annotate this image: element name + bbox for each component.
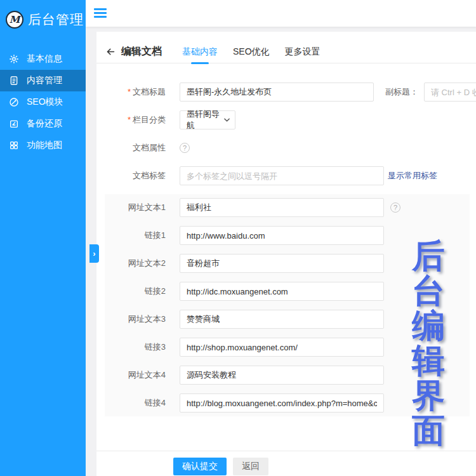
submit-button[interactable]: 确认提交	[173, 458, 227, 475]
doc-attr-row: 文档属性 ?	[105, 138, 476, 157]
doc-title-label: *文档标题	[105, 86, 166, 98]
arrow-left-icon	[105, 46, 116, 57]
form-footer: 确认提交 返回	[96, 451, 476, 475]
required-mark: *	[128, 115, 131, 124]
category-select-value: 墨轩阁导航	[187, 109, 224, 131]
show-common-tags-link[interactable]: 显示常用标签	[388, 170, 437, 182]
sidebar-item-basic-info[interactable]: 基本信息	[0, 48, 86, 70]
tab-seo-optimization[interactable]: SEO优化	[225, 46, 277, 58]
sidebar-item-label: 内容管理	[27, 75, 62, 86]
hamburger-menu-icon[interactable]	[94, 8, 107, 20]
url-text-4-input[interactable]	[180, 366, 384, 385]
doc-title-input[interactable]	[180, 83, 374, 102]
gear-icon	[9, 54, 19, 64]
link-2-input[interactable]	[180, 282, 384, 301]
back-button[interactable]	[105, 46, 116, 57]
card-header: 编辑文档 基础内容 SEO优化 更多设置	[96, 32, 476, 63]
sidebar-item-backup-restore[interactable]: 备份还原	[0, 113, 86, 135]
grid-map-icon	[9, 140, 19, 150]
link-2-row: 链接2	[105, 282, 470, 301]
return-button[interactable]: 返回	[233, 458, 268, 475]
sidebar-item-seo-module[interactable]: SEO模块	[0, 91, 86, 113]
sidebar-item-content-management[interactable]: 内容管理	[0, 70, 86, 91]
link-4-label: 链接4	[105, 397, 166, 409]
app-title: 后台管理	[28, 11, 84, 29]
url-text-2-row: 网址文本2	[105, 254, 470, 273]
category-label: *栏目分类	[105, 114, 166, 126]
link-1-row: 链接1	[105, 226, 470, 245]
url-text-2-input[interactable]	[180, 254, 384, 273]
link-1-label: 链接1	[105, 230, 166, 241]
url-text-4-label: 网址文本4	[105, 369, 166, 381]
sidebar-collapse-handle[interactable]: ›	[89, 244, 99, 263]
doc-tags-row: 文档标签 显示常用标签	[105, 166, 476, 185]
chevron-down-icon	[224, 118, 230, 122]
doc-attr-label: 文档属性	[105, 142, 166, 154]
required-mark: *	[128, 87, 131, 96]
link-3-label: 链接3	[105, 341, 166, 353]
category-row: *栏目分类 墨轩阁导航	[105, 110, 476, 129]
url-fields-panel: 网址文本1 ? 链接1 网址文本2 链接2 网址文本3 链接3	[105, 194, 470, 416]
help-icon[interactable]: ?	[390, 202, 400, 213]
subtitle-label: 副标题：	[385, 86, 418, 98]
link-2-label: 链接2	[105, 286, 166, 297]
url-text-2-label: 网址文本2	[105, 258, 166, 269]
sidebar-item-label: 基本信息	[27, 53, 62, 65]
sidebar: M 后台管理 基本信息 内容管理 SEO模块 备份还原 功能地图	[0, 0, 86, 476]
link-4-input[interactable]	[180, 393, 384, 413]
backup-restore-icon	[9, 119, 19, 129]
help-icon[interactable]: ?	[180, 143, 190, 153]
url-text-1-label: 网址文本1	[105, 202, 166, 213]
url-text-4-row: 网址文本4	[105, 366, 470, 385]
chevron-right-icon: ›	[93, 249, 95, 258]
sidebar-item-label: 备份还原	[27, 118, 62, 129]
edit-form: *文档标题 副标题： *栏目分类 墨轩阁导航 文档属性 ? 文档标签 显示常用标…	[96, 63, 476, 416]
url-text-3-input[interactable]	[180, 310, 384, 329]
url-text-3-row: 网址文本3	[105, 310, 470, 329]
url-text-3-label: 网址文本3	[105, 314, 166, 325]
sidebar-item-label: 功能地图	[27, 140, 62, 151]
doc-tags-label: 文档标签	[105, 170, 166, 182]
category-select[interactable]: 墨轩阁导航	[180, 110, 235, 129]
app-logo: M 后台管理	[0, 0, 86, 39]
link-3-row: 链接3	[105, 338, 470, 357]
topbar	[86, 0, 476, 27]
doc-title-row: *文档标题 副标题：	[105, 83, 476, 102]
seo-pen-icon	[9, 97, 19, 107]
url-text-1-row: 网址文本1 ?	[105, 198, 470, 217]
subtitle-input[interactable]	[424, 83, 476, 102]
url-text-1-input[interactable]	[180, 198, 384, 217]
sidebar-item-function-map[interactable]: 功能地图	[0, 135, 86, 156]
doc-tags-input[interactable]	[180, 166, 384, 185]
content-card: 编辑文档 基础内容 SEO优化 更多设置 *文档标题 副标题： *栏目分类 墨轩…	[96, 32, 476, 476]
document-icon	[9, 76, 19, 86]
link-1-input[interactable]	[180, 226, 384, 245]
page-title: 编辑文档	[121, 45, 162, 58]
sidebar-item-label: SEO模块	[27, 96, 63, 108]
tab-basic-content[interactable]: 基础内容	[175, 46, 225, 58]
link-3-input[interactable]	[180, 338, 384, 357]
sidebar-menu: 基本信息 内容管理 SEO模块 备份还原 功能地图	[0, 48, 86, 156]
tab-more-settings[interactable]: 更多设置	[277, 46, 328, 58]
logo-m-icon: M	[6, 11, 23, 29]
link-4-row: 链接4	[105, 393, 470, 413]
